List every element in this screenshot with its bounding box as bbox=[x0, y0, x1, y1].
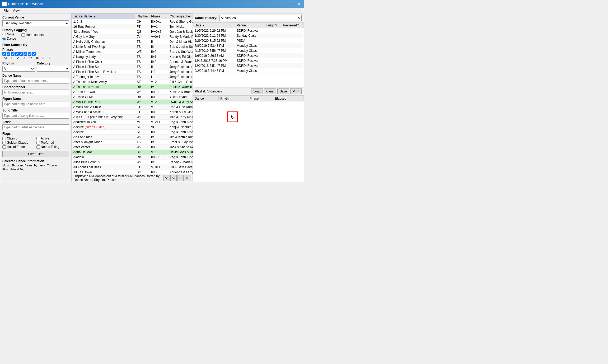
figure-name-input[interactable] bbox=[2, 101, 69, 107]
dance-table-container[interactable]: Dance Name ▲ Rhythm Phase Choreographer … bbox=[72, 13, 193, 174]
history-row[interactable]: 11/5/2022 9:29:52 PMSDRDI Festival bbox=[193, 28, 304, 33]
table-row[interactable]: A Little Bit of Two StepTSIIIBob & Jacki… bbox=[72, 44, 193, 49]
history-row[interactable]: 4/15/2019 7:56:47 PMMonday Class bbox=[193, 48, 304, 53]
table-row[interactable]: After Midnight TangoTGIV+1Brent & Judy M… bbox=[72, 140, 193, 145]
table-row[interactable]: Adeline IIISTIII+2Peg & John Kincaid bbox=[72, 130, 193, 135]
radio-dance[interactable] bbox=[2, 37, 6, 40]
maximize-button[interactable]: □ bbox=[292, 2, 296, 6]
phase-cb-5[interactable] bbox=[28, 52, 31, 56]
choreographer-input[interactable] bbox=[2, 90, 69, 95]
rhythm-cell: BO bbox=[135, 170, 149, 174]
phase-cb-2[interactable] bbox=[11, 52, 15, 56]
table-row[interactable]: A Place In The ChoirTSII+2Annette & Fran… bbox=[72, 59, 193, 64]
phase-cb-4a[interactable] bbox=[19, 52, 23, 56]
minimize-button[interactable]: ─ bbox=[286, 2, 291, 6]
table-row[interactable]: All Fall DownBOIII+2Adrienne & Larry Nel… bbox=[72, 170, 193, 174]
phase-cb-all[interactable] bbox=[2, 52, 6, 56]
table-row[interactable]: Agua De MarBOV+1David Goss & Ulla Figwer bbox=[72, 150, 193, 155]
table-row[interactable]: A Wink and a Smile IIIFTIII+2Karen & Ed … bbox=[72, 110, 193, 115]
col-dance-name[interactable]: Dance Name ▲ bbox=[72, 14, 135, 19]
table-row[interactable]: A Thousand YearsRBIV+1Paula & Warwick Ar… bbox=[72, 85, 193, 90]
history-col-reviewed[interactable]: Reviewed? bbox=[281, 23, 304, 28]
history-row[interactable]: 1/30/2022 5:11:54 PMSunday Class bbox=[193, 33, 304, 38]
flag-preferred-checkbox[interactable] bbox=[36, 141, 40, 144]
playlist-save-button[interactable]: Save bbox=[277, 88, 289, 94]
table-row[interactable]: A Place In The Sun - RevisitedTSI+2Jerry… bbox=[72, 69, 193, 74]
table-row[interactable]: Adeline (Needs Fixing)STVIKenji & Nobuko… bbox=[72, 125, 193, 130]
table-row[interactable]: A Teenager In LoveTSIJerry Buckmaster & … bbox=[72, 74, 193, 80]
history-row[interactable]: 9/2/2018 3:44:46 PMMonday Class bbox=[193, 68, 304, 73]
playlist-load-button[interactable]: Load bbox=[251, 88, 263, 94]
table-row[interactable]: A Holly Jolly ChristmasTSIIDon & Linda H… bbox=[72, 39, 193, 44]
phase-cb-4b[interactable] bbox=[24, 52, 27, 56]
table-row[interactable]: A Thousand Miles AwaySTV+2Bill & Carol G… bbox=[72, 80, 193, 85]
phase-cb-3[interactable] bbox=[15, 52, 19, 56]
history-row[interactable]: 1/6/2019 9:26:33 AMSDRDI Festival bbox=[193, 53, 304, 58]
table-row[interactable]: A.K.O.E. III (All Kinds Of Everything)WZ… bbox=[72, 115, 193, 120]
sort-desc-button[interactable]: A↓ bbox=[170, 175, 177, 181]
table-row[interactable]: Ae Fond KissWZIV+1Jim & Kathie Kline bbox=[72, 135, 193, 140]
table-row[interactable]: 42nd Street 4 YouQSIV+0+2Gert-Jan & Susi… bbox=[72, 29, 193, 34]
phase-label-6: 6 bbox=[47, 56, 53, 59]
history-row[interactable]: 12/15/2018 7:23:16 PMSDRDI Festival bbox=[193, 58, 304, 63]
history-row[interactable]: 2/29/2020 8:15:52 PMPSDA bbox=[193, 38, 304, 43]
flag-classic-checkbox[interactable] bbox=[2, 137, 6, 140]
table-row[interactable]: 16 Tons FoxtrotFTIV+1Tom Hicks bbox=[72, 24, 193, 29]
category-select[interactable] bbox=[37, 66, 69, 72]
table-row[interactable]: A Wink And A SmileFTVRon & Ree Rumble bbox=[72, 105, 193, 110]
sort-alpha-button[interactable]: A bbox=[177, 175, 184, 181]
col-choreographer[interactable]: Choreographer bbox=[168, 14, 193, 19]
choreographer-cell: Peg & John Kincaid bbox=[168, 155, 193, 160]
phase-cb-6[interactable] bbox=[32, 52, 36, 56]
history-col-date[interactable]: Date ▼ bbox=[193, 23, 235, 28]
col-rhythm[interactable]: Rhythm bbox=[135, 14, 149, 19]
history-row[interactable]: 7/8/2019 7:53:43 PMMonday Class bbox=[193, 43, 304, 48]
choreographer-cell: Adrienne & Larry Nelson bbox=[168, 170, 193, 174]
history-col-venue[interactable]: Venue bbox=[235, 23, 264, 28]
table-row[interactable]: A Guy Is A GuyJVV+0+1Randy & Marie Presk… bbox=[72, 34, 193, 39]
dance-name-input[interactable] bbox=[2, 78, 69, 84]
table-row[interactable]: A Walk In The ParkWZV+2Dwain & Judy Sech… bbox=[72, 100, 193, 105]
grid-button[interactable]: ⊞ bbox=[184, 175, 190, 181]
table-row[interactable]: A Time For WaltzWZIII+2+1Kristine & Bruc… bbox=[72, 90, 193, 95]
flag-golden-checkbox[interactable] bbox=[2, 141, 6, 144]
table-row[interactable]: Addicted To YouMEV+2+1Peg & John Kincaid bbox=[72, 120, 193, 125]
history-reviewed-cell bbox=[281, 58, 304, 63]
flag-needs-fixing-checkbox[interactable] bbox=[36, 145, 40, 149]
venue-select[interactable]: Saturday Two Step bbox=[2, 20, 69, 26]
playlist-clear-button[interactable]: Clear bbox=[264, 88, 276, 94]
col-phase[interactable]: Phase bbox=[149, 14, 168, 19]
artist-input[interactable] bbox=[2, 124, 69, 130]
rhythm-select[interactable]: All bbox=[2, 66, 35, 72]
clear-filter-button[interactable]: Clear Filter bbox=[2, 151, 69, 157]
table-row[interactable]: All About That BassFTV+0+1Bill & Beth Da… bbox=[72, 165, 193, 170]
close-button[interactable]: ✕ bbox=[297, 2, 302, 6]
menu-view[interactable]: View bbox=[11, 8, 22, 13]
table-row[interactable]: A Million TomorrowsWZII+2Barry & Sue Won… bbox=[72, 49, 193, 54]
table-row[interactable]: A Place In The SunTSIIJerry Buckmaster &… bbox=[72, 64, 193, 69]
history-venue-cell: PSDA bbox=[235, 38, 264, 43]
history-col-taught[interactable]: Taught? bbox=[264, 23, 281, 28]
table-row[interactable]: After WinterWZIII+2Jack & Sharie Kenny bbox=[72, 145, 193, 150]
history-row[interactable]: 12/2/2018 2:51:47 PMSDRDI Festival bbox=[193, 63, 304, 68]
table-row[interactable]: A Trace Of MeRBIII+2Yuka Hayami bbox=[72, 95, 193, 100]
playlist-print-button[interactable]: Print bbox=[290, 88, 302, 94]
flag-hof-checkbox[interactable] bbox=[2, 145, 6, 149]
table-row[interactable]: 1, 2, 3CHIII+0+1Rey & Sherry Garza bbox=[72, 19, 193, 24]
flag-active-checkbox[interactable] bbox=[36, 137, 40, 140]
phase-cb-1[interactable] bbox=[7, 52, 10, 56]
table-row[interactable]: Alice Blue Gown IVWZIV+1Randy & Marie Pr… bbox=[72, 160, 193, 165]
radio-none[interactable] bbox=[2, 33, 6, 36]
filter-dances-label: Filter Dances By bbox=[2, 43, 69, 47]
phase-cell: III+2 bbox=[149, 95, 168, 100]
song-title-input[interactable] bbox=[2, 113, 69, 119]
history-venue-cell: Monday Class bbox=[235, 68, 264, 73]
table-row[interactable]: AladdinRBIII+2+1Peg & John Kincaid bbox=[72, 155, 193, 160]
table-row[interactable]: A Naughty LadyTSII+1Karen & Ed Gloodt bbox=[72, 54, 193, 59]
history-venue-cell: Monday Class bbox=[235, 43, 264, 48]
menu-file[interactable]: File bbox=[1, 8, 11, 13]
history-venue-select[interactable]: All Venues bbox=[219, 15, 302, 21]
history-table-container[interactable]: Date ▼ Venue Taught? Reviewed? 11/5/2022… bbox=[193, 22, 304, 87]
head-counts-checkbox[interactable] bbox=[21, 33, 25, 37]
sort-asc-button[interactable]: A↑ bbox=[163, 175, 170, 181]
